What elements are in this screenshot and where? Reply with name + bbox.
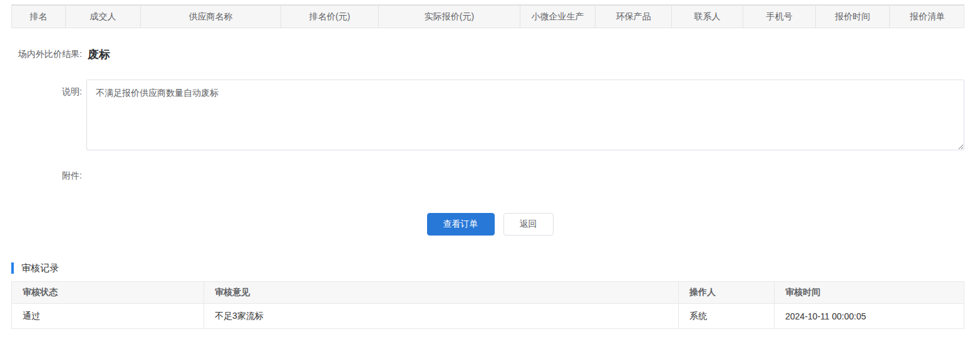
audit-table: 审核状态 审核意见 操作人 审核时间 通过 不足3家流标 系统 2024-10-…	[11, 281, 964, 329]
audit-section-header: 审核记录	[11, 262, 980, 274]
attachment-row: 附件:	[0, 170, 980, 182]
note-textarea[interactable]: 不满足报价供应商数量自动废标	[86, 80, 964, 150]
section-accent-bar	[11, 262, 14, 274]
result-label: 场内外比价结果:	[0, 49, 82, 60]
audit-cell-opinion: 不足3家流标	[204, 304, 679, 329]
audit-col-opinion: 审核意见	[204, 282, 679, 304]
note-label: 说明:	[0, 80, 82, 150]
quote-col-rank: 排名	[12, 6, 66, 28]
quote-col-winner: 成交人	[66, 6, 141, 28]
quote-col-contact: 联系人	[672, 6, 743, 28]
button-bar: 查看订单 返回	[0, 213, 980, 236]
quote-col-quote-list: 报价清单	[890, 6, 965, 28]
quote-col-supplier-name: 供应商名称	[141, 6, 281, 28]
audit-section-title: 审核记录	[21, 262, 59, 274]
audit-cell-status: 通过	[12, 304, 204, 329]
audit-col-operator: 操作人	[679, 282, 775, 304]
audit-cell-time: 2024-10-11 00:00:05	[775, 304, 964, 329]
audit-col-time: 审核时间	[775, 282, 964, 304]
quote-col-actual-quote: 实际报价(元)	[379, 6, 520, 28]
quote-col-quote-time: 报价时间	[816, 6, 890, 28]
note-row: 说明: 不满足报价供应商数量自动废标	[0, 80, 980, 150]
audit-table-header: 审核状态 审核意见 操作人 审核时间	[12, 282, 964, 304]
quote-col-eco-product: 环保产品	[596, 6, 672, 28]
back-button[interactable]: 返回	[503, 213, 554, 236]
quote-col-phone: 手机号	[743, 6, 816, 28]
attachment-label: 附件:	[0, 170, 82, 182]
audit-col-status: 审核状态	[12, 282, 204, 304]
result-value: 废标	[88, 49, 110, 60]
result-row: 场内外比价结果: 废标	[0, 49, 980, 60]
view-order-button[interactable]: 查看订单	[427, 213, 495, 236]
quote-col-rank-price: 排名价(元)	[281, 6, 379, 28]
quote-col-small-business: 小微企业生产	[520, 6, 596, 28]
quote-table-header: 排名 成交人 供应商名称 排名价(元) 实际报价(元) 小微企业生产 环保产品 …	[11, 4, 964, 28]
audit-cell-operator: 系统	[679, 304, 775, 329]
table-row: 通过 不足3家流标 系统 2024-10-11 00:00:05	[12, 304, 964, 329]
